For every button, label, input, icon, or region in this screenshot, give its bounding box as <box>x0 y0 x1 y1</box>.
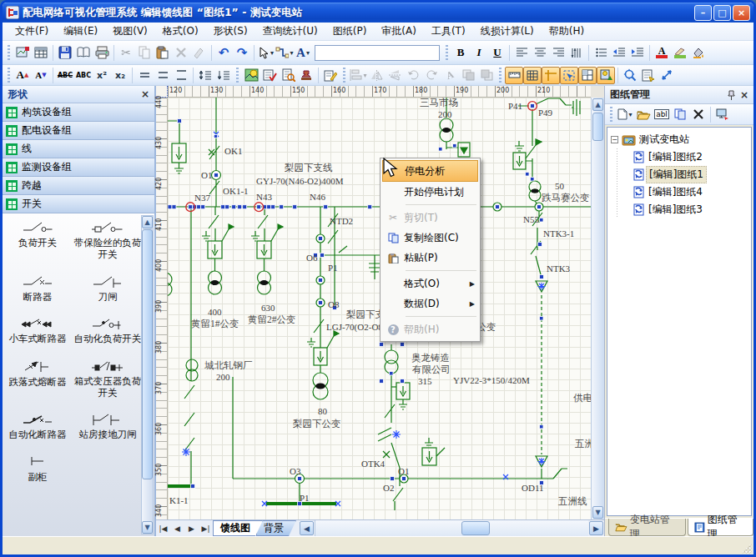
shape-category-crossing[interactable]: 跨越 <box>3 177 154 195</box>
menu-item-copy-drawing[interactable]: 复制绘图(C) <box>382 228 478 248</box>
drawings-panel-close-icon[interactable]: × <box>740 89 748 101</box>
sync-station-button[interactable] <box>713 105 732 123</box>
menu-item-format[interactable]: 格式(O)▶ <box>382 273 478 294</box>
tree-node-drawing[interactable]: [编辑]图纸4 <box>609 183 749 201</box>
shape-category-lines[interactable]: 线 <box>3 140 154 158</box>
line-spacing-1-button[interactable] <box>135 66 154 84</box>
connector-tool-button[interactable]: ▾ <box>275 43 294 62</box>
scroll-down-icon[interactable]: ▼ <box>592 506 603 519</box>
menu-format[interactable]: 格式(O) <box>155 23 206 40</box>
italic-button[interactable]: I <box>470 43 488 62</box>
font-color-button[interactable]: A <box>653 43 671 62</box>
line-spacing-15-button[interactable] <box>154 66 172 84</box>
menu-shape[interactable]: 形状(S) <box>206 23 255 40</box>
bring-forward-button[interactable] <box>459 66 477 84</box>
close-button[interactable]: × <box>733 5 750 21</box>
format-painter-button[interactable] <box>190 43 209 62</box>
paste-button[interactable] <box>154 43 172 62</box>
scroll-down-icon[interactable]: ▼ <box>142 521 153 534</box>
tree-node-drawing[interactable]: [编辑]图纸3 <box>609 201 749 218</box>
minimize-button[interactable]: – <box>694 5 712 21</box>
menu-line-loss[interactable]: 线损计算(L) <box>473 23 542 40</box>
shape-auto-breaker[interactable]: 自动化断路器 <box>6 412 69 440</box>
shape-category-structures[interactable]: 构筑设备组 <box>3 103 154 122</box>
align-left-button[interactable] <box>512 43 531 62</box>
superscript-button[interactable]: x² <box>93 66 111 84</box>
shape-category-switches[interactable]: 开关 <box>3 195 154 213</box>
align-shapes-button[interactable]: ▾ <box>349 66 367 84</box>
hscroll-left-icon[interactable]: ◀ <box>300 521 314 535</box>
collapse-icon[interactable]: − <box>611 136 618 143</box>
guides-toggle-button[interactable] <box>542 67 560 84</box>
toolbar-grip[interactable] <box>498 68 502 83</box>
menu-tools[interactable]: 工具(T) <box>424 23 473 40</box>
canvas-horizontal-scrollbar[interactable] <box>315 520 588 536</box>
properties-button[interactable] <box>639 66 658 84</box>
abc-button[interactable]: ABC <box>74 66 93 84</box>
tab-feeder-diagram[interactable]: 馈线图 <box>213 520 263 536</box>
table-button[interactable] <box>32 43 50 62</box>
open-drawing-button[interactable] <box>634 105 653 123</box>
shape-station-ground-switch[interactable]: 站房接地刀闸 <box>71 412 144 440</box>
shape-trolley-breaker[interactable]: 小车式断路器 <box>6 316 69 344</box>
undo-button[interactable]: ↶ <box>214 43 233 62</box>
shapes-scrollbar[interactable]: ▲ ▼ <box>141 215 154 534</box>
shape-circuit-breaker[interactable]: 断路器 <box>6 274 69 303</box>
menu-file[interactable]: 文件(F) <box>8 23 56 40</box>
send-backward-button[interactable] <box>477 66 496 84</box>
print-button[interactable] <box>93 43 111 62</box>
toolbar-grip[interactable] <box>235 68 239 83</box>
stamp-button[interactable] <box>297 66 315 84</box>
edit-document-button[interactable] <box>321 66 340 84</box>
shrink-font-button[interactable]: A▼ <box>32 66 50 84</box>
tab-substation-management[interactable]: 变电站管理 <box>608 519 686 536</box>
shape-category-distribution[interactable]: 配电设备组 <box>3 122 154 140</box>
increase-indent-button[interactable] <box>628 43 647 62</box>
rotate-text-button[interactable]: A <box>441 66 459 84</box>
line-color-button[interactable] <box>671 43 689 62</box>
menu-help[interactable]: 帮助(H) <box>542 23 592 40</box>
new-drawing-doc-button[interactable]: ▾ <box>616 105 634 123</box>
menu-item-paste[interactable]: 粘贴(P) <box>382 248 478 268</box>
menu-item-help[interactable]: ?帮助(H) <box>382 319 478 339</box>
shape-auxiliary-cabinet[interactable]: 副柜 <box>6 454 69 483</box>
rotate-left-button[interactable] <box>404 66 422 84</box>
fill-color-button[interactable] <box>689 43 708 62</box>
canvas-vertical-scrollbar[interactable]: ▲ ▼ <box>591 98 604 519</box>
scrollbar-thumb[interactable] <box>142 229 153 479</box>
connector-points-button[interactable] <box>658 66 676 84</box>
align-right-button[interactable] <box>549 43 567 62</box>
text-tool-button[interactable]: A▾ <box>294 43 312 62</box>
strikethrough-button[interactable]: ABC <box>56 66 74 84</box>
toolbar-grip[interactable] <box>609 107 613 122</box>
pan-zoom-button[interactable] <box>621 66 639 84</box>
decrease-indent-button[interactable] <box>610 43 628 62</box>
scroll-up-icon[interactable]: ▲ <box>592 98 603 111</box>
menu-query-stats[interactable]: 查询统计(U) <box>255 23 325 40</box>
find-document-button[interactable] <box>279 66 297 84</box>
cut-button[interactable]: ✂ <box>117 43 135 62</box>
shape-load-switch[interactable]: 负荷开关 <box>6 220 69 261</box>
preview-button[interactable] <box>74 43 93 62</box>
hscroll-right-icon[interactable]: ▶ <box>589 521 603 535</box>
next-sheet-button[interactable]: ▶ <box>184 520 199 536</box>
scrollbar-thumb[interactable] <box>592 113 603 141</box>
subscript-button[interactable]: x₂ <box>111 66 129 84</box>
tree-node-station[interactable]: − 测试变电站 <box>609 131 749 148</box>
menu-edit[interactable]: 编辑(E) <box>56 23 105 40</box>
tab-drawing-management[interactable]: 图纸管理 <box>688 519 753 536</box>
redo-button[interactable]: ↷ <box>233 43 251 62</box>
ruler-toggle-button[interactable] <box>505 67 523 84</box>
align-center-button[interactable] <box>531 43 549 62</box>
tree-node-drawing[interactable]: [编辑]图纸2 <box>609 148 749 166</box>
first-sheet-button[interactable]: |◀ <box>156 520 170 536</box>
pin-icon[interactable] <box>728 90 735 100</box>
selection-toggle-button[interactable] <box>560 67 578 84</box>
menu-approval[interactable]: 审批(A) <box>374 23 424 40</box>
new-drawing-button[interactable] <box>13 43 32 62</box>
menu-item-cut[interactable]: ✂剪切(T) <box>382 208 478 228</box>
last-sheet-button[interactable]: ▶| <box>199 520 213 536</box>
link-drawing-toggle-button[interactable] <box>597 67 615 84</box>
rotate-right-button[interactable] <box>422 66 441 84</box>
flip-horizontal-button[interactable] <box>367 66 386 84</box>
